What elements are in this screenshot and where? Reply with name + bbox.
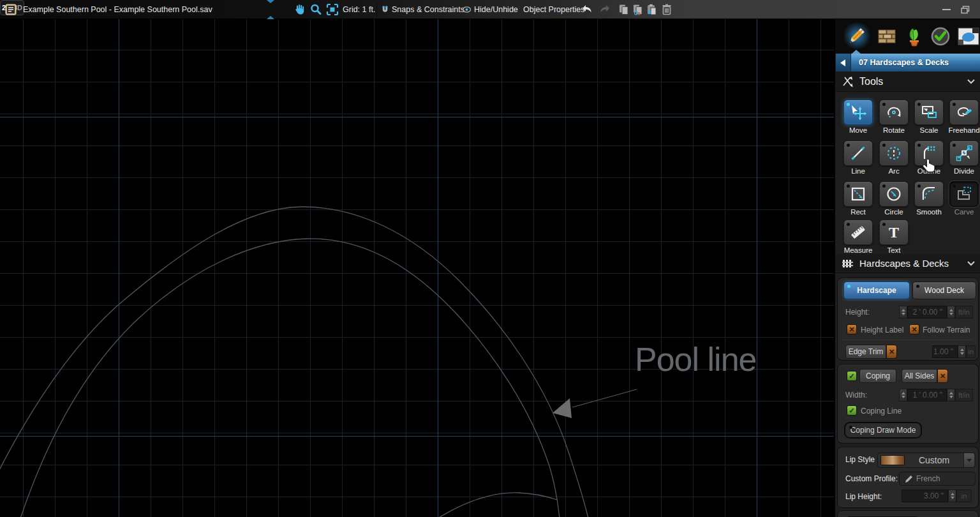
divide-icon (955, 145, 973, 161)
hardscapes-collapse-chevron-icon[interactable] (967, 261, 975, 266)
paste-icon[interactable] (646, 3, 658, 16)
coping-checkbox[interactable]: ✓ (847, 371, 857, 381)
pool-bench-curve (438, 493, 557, 517)
tool-divide[interactable]: Divide (947, 140, 980, 175)
undo-icon[interactable] (581, 3, 593, 16)
lip-height-label: Lip Height: (845, 492, 882, 501)
tab-hardscape[interactable]: Hardscape (843, 281, 910, 299)
edge-trim-button[interactable]: Edge Trim (845, 345, 886, 359)
edge-trim-checkbox[interactable]: ✕ (886, 345, 897, 359)
visibility-eye-icon[interactable] (462, 3, 471, 16)
lip-height-stepper[interactable] (948, 490, 956, 502)
follow-terrain-checkbox[interactable]: ✕ (909, 324, 919, 334)
smooth-icon (920, 186, 938, 202)
edge-trim-spinner[interactable]: 1.00 " in (932, 345, 976, 358)
annotation-arrow (553, 398, 572, 418)
stage-header: 07 Hardscapes & Decks (836, 54, 980, 71)
stage-back-button[interactable] (836, 54, 851, 71)
tool-circle[interactable]: Circle (877, 181, 911, 216)
lip-height-unit: in (956, 490, 972, 502)
tool-measure[interactable]: Measure (841, 220, 875, 254)
mode-draw-pencil-icon[interactable] (843, 23, 870, 50)
custom-profile-field[interactable]: French (899, 472, 976, 486)
tool-move[interactable]: Move (841, 100, 875, 134)
tool-arc[interactable]: Arc (877, 140, 911, 175)
lip-settings-group: Lip Style Custom Custom Profile: French … (837, 447, 979, 508)
tools-section-title: Tools (859, 76, 883, 87)
tool-smooth[interactable]: Smooth (912, 181, 946, 216)
right-panel: 07 Hardscapes & Decks Tools Move Rotate … (834, 19, 980, 517)
tool-text[interactable]: T Text (877, 220, 911, 254)
coping-button[interactable]: Coping (859, 369, 896, 383)
tool-freehand[interactable]: Freehand (947, 100, 980, 134)
hide-unhide-button[interactable]: Hide/Unhide (474, 0, 518, 19)
tab-wood-deck[interactable]: Wood Deck (912, 281, 976, 299)
lip-height-spinner[interactable]: 3.00 " in (902, 490, 976, 502)
coping-line-checkbox[interactable]: ✓ (847, 405, 857, 416)
lip-height-value[interactable]: 3.00 " (902, 490, 948, 502)
custom-profile-label: Custom Profile: (845, 474, 898, 483)
all-sides-button[interactable]: All Sides (902, 369, 937, 383)
tool-rect[interactable]: Rect (841, 181, 875, 216)
tools-icon (842, 76, 854, 87)
width-inch-stepper[interactable] (947, 389, 955, 401)
lip-style-dropdown[interactable]: Custom (877, 453, 976, 468)
tool-line[interactable]: Line (841, 140, 875, 175)
drawing-canvas[interactable]: Pool line (0, 19, 834, 517)
edge-trim-stepper[interactable] (958, 345, 966, 358)
tool-carve[interactable]: Carve (947, 181, 980, 216)
scale-icon (920, 104, 938, 121)
mode-materials-bricks-icon[interactable] (873, 23, 900, 50)
measure-icon (849, 224, 867, 241)
tool-selected-dot (847, 103, 850, 106)
width-feet-stepper[interactable] (899, 389, 907, 401)
text-tool-glyph: T (889, 225, 899, 240)
height-spinner[interactable]: 2 ' 0.00 " ft/in (899, 306, 976, 318)
window-title: Example Southern Pool - Example Southern… (23, 0, 212, 19)
tool-scale[interactable]: Scale (912, 100, 946, 134)
snaps-button[interactable]: Snaps & Constraints (392, 0, 464, 19)
restore-button[interactable] (956, 0, 975, 19)
height-label-checkbox[interactable]: ✕ (847, 324, 857, 334)
copy-options-icon[interactable] (632, 3, 644, 16)
zoom-icon[interactable] (309, 3, 322, 16)
mode-verify-check-icon[interactable] (927, 23, 954, 50)
height-value[interactable]: 2 ' 0.00 " (907, 306, 947, 318)
tool-rotate[interactable]: Rotate (877, 100, 911, 134)
height-feet-stepper[interactable] (899, 306, 907, 318)
view-toggle-marker-top (267, 0, 274, 3)
minimize-button[interactable] (937, 0, 956, 19)
rotate-icon (885, 104, 903, 121)
move-icon (849, 104, 867, 121)
lip-style-value: Custom (905, 455, 963, 465)
redo-icon[interactable] (598, 3, 611, 16)
lip-style-label: Lip Style (845, 455, 875, 464)
width-spinner[interactable]: 1 ' 0.00 " ft/in (899, 389, 976, 401)
coping-draw-mode-button[interactable]: Coping Draw Mode (844, 422, 922, 438)
all-sides-checkbox[interactable]: ✕ (937, 369, 948, 383)
pool-outer-curve (0, 207, 588, 517)
pan-hand-icon[interactable] (293, 3, 306, 16)
edge-trim-value[interactable]: 1.00 " (932, 345, 958, 358)
follow-terrain-label: Follow Terrain (923, 326, 970, 334)
app-icon (4, 0, 17, 19)
snaps-magnet-icon[interactable] (380, 3, 390, 16)
mode-plan-view-icon[interactable] (955, 23, 980, 50)
custom-profile-value: French (916, 474, 940, 483)
circle-icon (885, 186, 903, 202)
width-value[interactable]: 1 ' 0.00 " (907, 389, 947, 401)
rect-icon (849, 186, 867, 202)
hardscapes-section-header[interactable]: Hardscapes & Decks (835, 254, 980, 273)
height-inch-stepper[interactable] (947, 306, 955, 318)
object-properties-button[interactable]: Object Properties (523, 0, 585, 19)
fit-view-icon[interactable] (326, 3, 339, 16)
lip-style-dropdown-arrow[interactable] (963, 453, 974, 467)
tools-section-header[interactable]: Tools (835, 71, 980, 92)
tools-collapse-chevron-icon[interactable] (967, 79, 975, 84)
mode-plants-icon[interactable] (900, 23, 927, 50)
copy-icon[interactable] (618, 3, 630, 16)
grid-label: Grid: 1 ft. (343, 0, 375, 19)
divider (843, 340, 973, 340)
edit-pencil-icon (905, 475, 913, 483)
delete-trash-icon[interactable] (660, 3, 673, 16)
